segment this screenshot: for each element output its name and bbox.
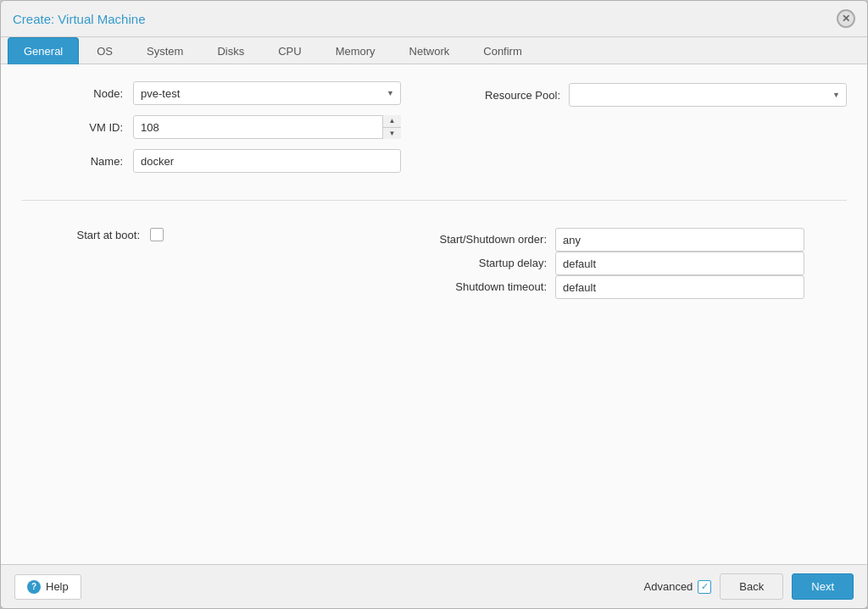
tab-general[interactable]: General — [8, 37, 79, 64]
tab-cpu[interactable]: CPU — [262, 37, 317, 64]
tab-confirm[interactable]: Confirm — [467, 37, 538, 64]
tab-memory[interactable]: Memory — [320, 37, 392, 64]
footer-right: Advanced ✓ Back Next — [644, 573, 854, 600]
node-select[interactable]: pve-test — [133, 81, 401, 105]
tab-disks[interactable]: Disks — [201, 37, 260, 64]
second-row-wrapper: Start at boot: Start/Shutdown order: Sta… — [21, 228, 847, 299]
help-label: Help — [46, 580, 69, 593]
form-content: Node: pve-test VM ID: ▲ — [1, 64, 867, 564]
basic-fields-section: Node: pve-test VM ID: ▲ — [21, 81, 847, 201]
resource-pool-select[interactable] — [569, 83, 847, 107]
help-icon: ? — [27, 580, 41, 594]
startup-delay-row: Startup delay: — [428, 252, 847, 275]
tab-bar: General OS System Disks CPU Memory Netwo… — [1, 37, 867, 64]
tab-os[interactable]: OS — [81, 37, 129, 64]
close-button[interactable]: ✕ — [837, 9, 855, 28]
shutdown-timeout-input[interactable] — [555, 275, 804, 299]
startup-delay-label: Startup delay: — [428, 257, 547, 271]
resource-pool-label: Resource Pool: — [485, 89, 560, 102]
create-vm-dialog: Create: Virtual Machine ✕ General OS Sys… — [0, 0, 868, 609]
advanced-checkbox[interactable]: ✓ — [698, 580, 711, 594]
shutdown-timeout-label: Shutdown timeout: — [428, 280, 547, 295]
vmid-arrows: ▲ ▼ — [382, 115, 401, 139]
node-row: Node: pve-test — [21, 81, 485, 105]
vmid-label: VM ID: — [21, 121, 123, 134]
shutdown-order-row: Start/Shutdown order: — [428, 228, 847, 252]
boot-section: Start at boot: Start/Shutdown order: Sta… — [21, 214, 847, 299]
help-button[interactable]: ? Help — [14, 574, 81, 600]
footer-left: ? Help — [14, 574, 81, 600]
start-at-boot-checkbox[interactable] — [150, 228, 164, 241]
shutdown-order-label: Start/Shutdown order: — [428, 233, 547, 247]
resource-pool-select-wrapper — [569, 83, 847, 107]
name-input[interactable] — [133, 149, 401, 173]
next-button[interactable]: Next — [792, 573, 854, 600]
tab-network[interactable]: Network — [393, 37, 466, 64]
vmid-input[interactable] — [133, 115, 401, 139]
back-button[interactable]: Back — [720, 573, 783, 600]
top-form-left: Node: pve-test VM ID: ▲ — [21, 81, 485, 183]
advanced-check-icon: ✓ — [701, 581, 709, 592]
vmid-spinner: ▲ ▼ — [133, 115, 401, 139]
name-row: Name: — [21, 149, 485, 173]
dialog-header: Create: Virtual Machine ✕ — [1, 1, 867, 37]
boot-left-col: Start at boot: — [21, 228, 428, 252]
vmid-down-arrow[interactable]: ▼ — [383, 128, 401, 140]
resource-pool-area: Resource Pool: — [485, 81, 847, 107]
close-icon: ✕ — [842, 13, 850, 25]
start-at-boot-label: Start at boot: — [21, 229, 140, 241]
node-label: Node: — [21, 87, 123, 100]
dialog-title: Create: Virtual Machine — [13, 12, 145, 26]
top-form-grid: Node: pve-test VM ID: ▲ — [21, 81, 847, 183]
shutdown-timeout-row: Shutdown timeout: — [428, 275, 847, 299]
startup-delay-input[interactable] — [555, 252, 804, 275]
shutdown-order-input[interactable] — [555, 228, 804, 252]
advanced-label[interactable]: Advanced ✓ — [644, 580, 712, 594]
dialog-footer: ? Help Advanced ✓ Back Next — [1, 564, 867, 608]
vmid-up-arrow[interactable]: ▲ — [383, 115, 401, 128]
name-label: Name: — [21, 155, 123, 168]
advanced-text: Advanced — [644, 580, 693, 593]
tab-system[interactable]: System — [131, 37, 199, 64]
start-at-boot-row: Start at boot: — [21, 228, 428, 241]
vmid-row: VM ID: ▲ ▼ — [21, 115, 485, 139]
node-select-wrapper: pve-test — [133, 81, 401, 105]
shutdown-right-col: Start/Shutdown order: Startup delay: Shu… — [428, 228, 847, 299]
